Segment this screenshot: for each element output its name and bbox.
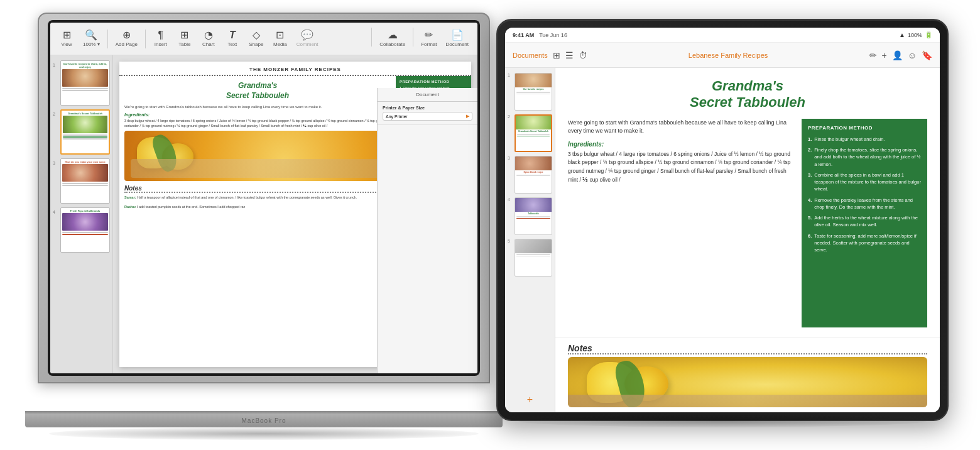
thumb-img-3 <box>62 164 108 182</box>
ipad-frame: 9:41 AM Tue Jun 16 ▲ 100% 🔋 Documents ⊞ … <box>496 19 949 421</box>
mac-printer-dropdown[interactable]: Any Printer ▶ <box>383 112 472 121</box>
ipad-clock-icon[interactable]: ⏱ <box>579 50 587 60</box>
shape-label: Shape <box>249 41 263 47</box>
ipad-doc-area: 1 Our favorite recipes <box>505 68 940 412</box>
thumb-page-2[interactable]: Grandma's Secret Tabbouleh <box>60 109 110 155</box>
macbook-logo-text: MacBook Pro <box>241 417 286 424</box>
mac-notes-text: Samar: Half a teaspoon of allspice inste… <box>124 195 391 210</box>
ipad-content-row: We're going to start with Grandma's tabb… <box>568 119 927 327</box>
toolbar-shape[interactable]: ◇ Shape <box>245 28 268 50</box>
thumb-num-4: 4 <box>53 210 58 214</box>
ipad-thumbnail-2[interactable]: 2 Grandma's Secret Tabbouleh <box>508 114 552 152</box>
thumb-line <box>62 185 108 186</box>
ipad-prep-step-4: 4. Remove the parsley leaves from the st… <box>808 197 921 211</box>
mac-toolbar: ⊞ View 🔍 100% ▾ ⊕ Add Page <box>50 23 477 55</box>
zoom-label: 100% ▾ <box>83 41 100 47</box>
ipad-bookmark-icon[interactable]: 🔖 <box>922 50 932 60</box>
thumb-line <box>62 90 108 91</box>
thumb-img-1 <box>62 69 108 87</box>
ipad-thumb-page-4[interactable]: Tabbouleh <box>514 197 552 235</box>
ipad-toolbar: Documents ⊞ ☰ ⏱ Lebanese Family Recipes … <box>505 43 940 68</box>
toolbar-collaborate[interactable]: ☁ Collaborate <box>376 28 409 50</box>
mac-lemon-image <box>124 131 391 181</box>
toolbar-insert[interactable]: ¶ Insert <box>150 28 172 50</box>
toolbar-comment[interactable]: 💬 Comment <box>293 28 322 50</box>
ipad-doc-title: Lebanese Family Recipes <box>592 52 864 59</box>
ipad-add-page-button[interactable]: + <box>508 392 552 407</box>
ipad-title-line1: Grandma's <box>712 78 783 94</box>
thumb-num-3: 3 <box>53 161 58 165</box>
ipad-prep-box: PREPARATION METHOD 1. Rinse the bulgur w… <box>802 119 927 327</box>
toolbar-view[interactable]: ⊞ View <box>55 28 78 50</box>
macbook-shadow <box>49 427 479 440</box>
toolbar-zoom[interactable]: 🔍 100% ▾ <box>79 28 104 50</box>
ipad-text-column: We're going to start with Grandma's tabb… <box>568 119 794 327</box>
mac-intro-text: We're going to start with Grandma's tabb… <box>124 104 391 109</box>
ipad-list-icon[interactable]: ☰ <box>565 50 574 60</box>
ipad-recipe-title: Grandma's Secret Tabbouleh <box>568 78 927 111</box>
ipad-prep-step-6: 6. Taste for seasoning; add more salt/le… <box>808 233 921 254</box>
view-icon: ⊞ <box>63 30 71 40</box>
ipad-intro-text: We're going to start with Grandma's tabb… <box>568 119 794 136</box>
thumbnail-4[interactable]: 4 Fresh Figs with Almonds <box>53 207 110 253</box>
ipad-thumbnail-3[interactable]: 3 Spice blend recipe <box>508 156 552 194</box>
thumb-page-1[interactable]: Our favorite recipes to share, add to, a… <box>60 60 110 106</box>
ipad-thumbnail-5[interactable]: 5 <box>508 239 552 277</box>
ipad-battery-icon: 🔋 <box>925 31 932 38</box>
toolbar-add-page[interactable]: ⊕ Add Page <box>112 28 141 50</box>
table-label: Table <box>178 41 190 47</box>
ipad-thumb-page-3[interactable]: Spice blend recipe <box>514 156 552 194</box>
document-label: Document <box>446 41 469 47</box>
mac-ingredients-label: Ingredients: <box>124 112 391 117</box>
table-icon: ⊞ <box>180 30 188 40</box>
thumb-line <box>63 136 107 138</box>
ipad-sidebar-icon[interactable]: ⊞ <box>553 50 560 60</box>
mac-document-panel: Document Printer & Paper Size Any Printe… <box>377 88 477 373</box>
mac-ingredients-text: 3 tbsp bulgur wheat / 4 large ripe tomat… <box>124 118 391 129</box>
thumb-content-3: How do you make your own spice <box>61 159 109 187</box>
ipad-pen-icon[interactable]: ✏ <box>869 50 877 60</box>
ipad-prep-step-3: 3. Combine all the spices in a bowl and … <box>808 172 921 193</box>
ipad-thumbnail-4[interactable]: 4 Tabbouleh <box>508 197 552 235</box>
thumb-content-4: Fresh Figs with Almonds <box>61 208 109 236</box>
ipad-plus-icon[interactable]: + <box>882 50 887 60</box>
ipad-title-line2: Secret Tabbouleh <box>690 94 805 110</box>
toolbar-separator-2 <box>145 30 146 48</box>
ipad-thumb-page-5[interactable] <box>514 239 552 277</box>
macbook-base: MacBook Pro <box>25 414 503 427</box>
ipad-thumbnail-1[interactable]: 1 Our favorite recipes <box>508 73 552 111</box>
mac-recipe-title: Grandma's Secret Tabbouleh <box>124 81 391 101</box>
ipad-back-button[interactable]: Documents <box>513 52 548 59</box>
ipad-person-icon[interactable]: 👤 <box>892 50 903 60</box>
ipad-thumb-img-3 <box>515 156 552 170</box>
toolbar-document[interactable]: 📄 Document <box>442 28 472 50</box>
macbook-bezel: ⊞ View 🔍 100% ▾ ⊕ Add Page <box>48 20 480 376</box>
mac-page-header: THE MONZER FAMILY RECIPES <box>119 62 471 76</box>
thumb-page-4[interactable]: Fresh Figs with Almonds <box>60 207 110 253</box>
ipad-thumb-page-2[interactable]: Grandma's Secret Tabbouleh <box>514 114 552 152</box>
thumbnail-2[interactable]: 2 Grandma's Secret Tabbouleh <box>53 109 110 155</box>
toolbar-text[interactable]: T Text <box>221 28 244 50</box>
thumbnail-1[interactable]: 1 Our favorite recipes to share, add to,… <box>53 60 110 106</box>
toolbar-media[interactable]: ⊡ Media <box>269 28 291 50</box>
add-page-icon: ⊕ <box>122 30 131 40</box>
toolbar-chart[interactable]: ◔ Chart <box>197 28 220 50</box>
mac-notes-section: Notes Samar: Half a teaspoon of allspice… <box>124 181 391 214</box>
toolbar-format[interactable]: ✏ Format <box>417 28 440 50</box>
text-label: Text <box>227 41 237 47</box>
ipad-time: 9:41 AM <box>513 32 534 38</box>
thumb-content-1: Our favorite recipes to share, add to, a… <box>61 61 109 92</box>
format-icon: ✏ <box>425 30 433 40</box>
ipad-emoji-icon[interactable]: ☺ <box>908 50 917 60</box>
ipad-notes-section: Notes <box>555 338 940 412</box>
ipad-wifi-icon: ▲ <box>899 31 905 38</box>
ipad-screen: 9:41 AM Tue Jun 16 ▲ 100% 🔋 Documents ⊞ … <box>505 28 940 412</box>
toolbar-table[interactable]: ⊞ Table <box>173 28 196 50</box>
thumb-lines-3 <box>62 183 108 186</box>
thumb-header-2: Grandma's Secret Tabbouleh <box>63 112 107 115</box>
thumb-page-3[interactable]: How do you make your own spice <box>60 158 110 204</box>
ipad-page-content: Grandma's Secret Tabbouleh We're going t… <box>555 68 940 338</box>
ipad-thumb-page-1[interactable]: Our favorite recipes <box>514 73 552 111</box>
thumbnail-3[interactable]: 3 How do you make your own spice <box>53 158 110 204</box>
macbook-device: ⊞ View 🔍 100% ▾ ⊕ Add Page <box>25 13 503 440</box>
